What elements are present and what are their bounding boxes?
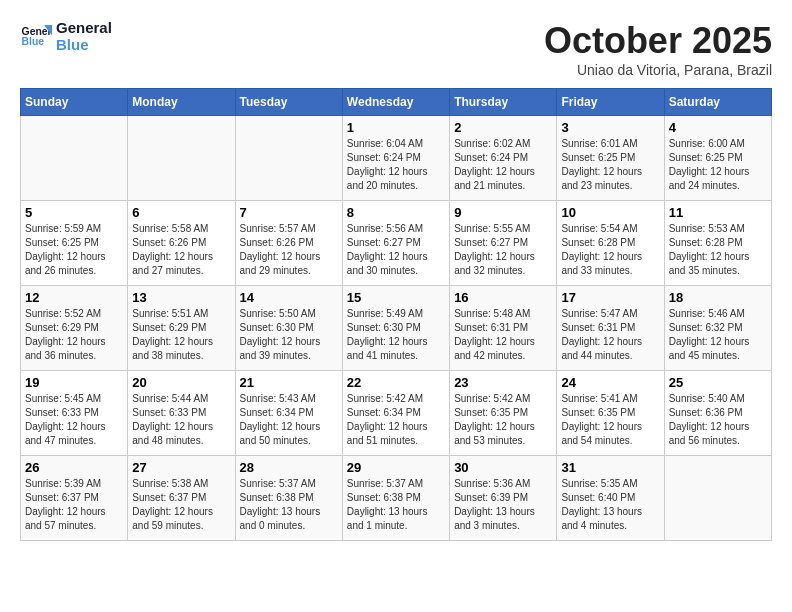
calendar-table: SundayMondayTuesdayWednesdayThursdayFrid…	[20, 88, 772, 541]
calendar-cell: 24Sunrise: 5:41 AM Sunset: 6:35 PM Dayli…	[557, 371, 664, 456]
day-number: 1	[347, 120, 445, 135]
day-info: Sunrise: 5:39 AM Sunset: 6:37 PM Dayligh…	[25, 477, 123, 533]
calendar-cell: 4Sunrise: 6:00 AM Sunset: 6:25 PM Daylig…	[664, 116, 771, 201]
day-number: 15	[347, 290, 445, 305]
day-info: Sunrise: 5:35 AM Sunset: 6:40 PM Dayligh…	[561, 477, 659, 533]
calendar-cell: 6Sunrise: 5:58 AM Sunset: 6:26 PM Daylig…	[128, 201, 235, 286]
day-info: Sunrise: 5:45 AM Sunset: 6:33 PM Dayligh…	[25, 392, 123, 448]
day-number: 16	[454, 290, 552, 305]
day-number: 10	[561, 205, 659, 220]
day-info: Sunrise: 6:02 AM Sunset: 6:24 PM Dayligh…	[454, 137, 552, 193]
day-number: 5	[25, 205, 123, 220]
calendar-cell: 12Sunrise: 5:52 AM Sunset: 6:29 PM Dayli…	[21, 286, 128, 371]
calendar-cell	[235, 116, 342, 201]
calendar-cell: 9Sunrise: 5:55 AM Sunset: 6:27 PM Daylig…	[450, 201, 557, 286]
day-info: Sunrise: 5:49 AM Sunset: 6:30 PM Dayligh…	[347, 307, 445, 363]
weekday-header-thursday: Thursday	[450, 89, 557, 116]
calendar-cell: 16Sunrise: 5:48 AM Sunset: 6:31 PM Dayli…	[450, 286, 557, 371]
day-number: 29	[347, 460, 445, 475]
calendar-cell: 23Sunrise: 5:42 AM Sunset: 6:35 PM Dayli…	[450, 371, 557, 456]
calendar-cell: 3Sunrise: 6:01 AM Sunset: 6:25 PM Daylig…	[557, 116, 664, 201]
weekday-header-saturday: Saturday	[664, 89, 771, 116]
day-number: 23	[454, 375, 552, 390]
calendar-cell	[664, 456, 771, 541]
day-info: Sunrise: 5:56 AM Sunset: 6:27 PM Dayligh…	[347, 222, 445, 278]
calendar-cell: 28Sunrise: 5:37 AM Sunset: 6:38 PM Dayli…	[235, 456, 342, 541]
calendar-cell: 20Sunrise: 5:44 AM Sunset: 6:33 PM Dayli…	[128, 371, 235, 456]
day-number: 19	[25, 375, 123, 390]
day-number: 9	[454, 205, 552, 220]
day-info: Sunrise: 5:57 AM Sunset: 6:26 PM Dayligh…	[240, 222, 338, 278]
day-number: 6	[132, 205, 230, 220]
day-number: 21	[240, 375, 338, 390]
day-info: Sunrise: 5:52 AM Sunset: 6:29 PM Dayligh…	[25, 307, 123, 363]
calendar-cell: 14Sunrise: 5:50 AM Sunset: 6:30 PM Dayli…	[235, 286, 342, 371]
calendar-cell: 22Sunrise: 5:42 AM Sunset: 6:34 PM Dayli…	[342, 371, 449, 456]
day-number: 4	[669, 120, 767, 135]
day-info: Sunrise: 5:43 AM Sunset: 6:34 PM Dayligh…	[240, 392, 338, 448]
calendar-week-2: 5Sunrise: 5:59 AM Sunset: 6:25 PM Daylig…	[21, 201, 772, 286]
day-number: 17	[561, 290, 659, 305]
calendar-cell: 1Sunrise: 6:04 AM Sunset: 6:24 PM Daylig…	[342, 116, 449, 201]
day-info: Sunrise: 5:37 AM Sunset: 6:38 PM Dayligh…	[240, 477, 338, 533]
day-info: Sunrise: 5:42 AM Sunset: 6:35 PM Dayligh…	[454, 392, 552, 448]
day-number: 3	[561, 120, 659, 135]
day-info: Sunrise: 5:36 AM Sunset: 6:39 PM Dayligh…	[454, 477, 552, 533]
calendar-body: 1Sunrise: 6:04 AM Sunset: 6:24 PM Daylig…	[21, 116, 772, 541]
calendar-week-3: 12Sunrise: 5:52 AM Sunset: 6:29 PM Dayli…	[21, 286, 772, 371]
month-title: October 2025	[544, 20, 772, 62]
day-info: Sunrise: 5:37 AM Sunset: 6:38 PM Dayligh…	[347, 477, 445, 533]
weekday-header-wednesday: Wednesday	[342, 89, 449, 116]
calendar-cell: 31Sunrise: 5:35 AM Sunset: 6:40 PM Dayli…	[557, 456, 664, 541]
day-number: 2	[454, 120, 552, 135]
calendar-cell: 19Sunrise: 5:45 AM Sunset: 6:33 PM Dayli…	[21, 371, 128, 456]
page-header: General Blue General Blue October 2025 U…	[20, 20, 772, 78]
calendar-cell: 15Sunrise: 5:49 AM Sunset: 6:30 PM Dayli…	[342, 286, 449, 371]
day-number: 30	[454, 460, 552, 475]
day-info: Sunrise: 5:46 AM Sunset: 6:32 PM Dayligh…	[669, 307, 767, 363]
day-number: 12	[25, 290, 123, 305]
calendar-cell: 27Sunrise: 5:38 AM Sunset: 6:37 PM Dayli…	[128, 456, 235, 541]
day-number: 20	[132, 375, 230, 390]
calendar-cell: 7Sunrise: 5:57 AM Sunset: 6:26 PM Daylig…	[235, 201, 342, 286]
day-info: Sunrise: 6:04 AM Sunset: 6:24 PM Dayligh…	[347, 137, 445, 193]
calendar-cell	[21, 116, 128, 201]
day-number: 14	[240, 290, 338, 305]
day-info: Sunrise: 5:48 AM Sunset: 6:31 PM Dayligh…	[454, 307, 552, 363]
logo-text-line1: General	[56, 20, 112, 37]
calendar-cell: 30Sunrise: 5:36 AM Sunset: 6:39 PM Dayli…	[450, 456, 557, 541]
day-number: 31	[561, 460, 659, 475]
weekday-header-sunday: Sunday	[21, 89, 128, 116]
calendar-week-1: 1Sunrise: 6:04 AM Sunset: 6:24 PM Daylig…	[21, 116, 772, 201]
weekday-header-friday: Friday	[557, 89, 664, 116]
calendar-cell: 8Sunrise: 5:56 AM Sunset: 6:27 PM Daylig…	[342, 201, 449, 286]
day-info: Sunrise: 5:42 AM Sunset: 6:34 PM Dayligh…	[347, 392, 445, 448]
logo-icon: General Blue	[20, 21, 52, 53]
day-info: Sunrise: 6:00 AM Sunset: 6:25 PM Dayligh…	[669, 137, 767, 193]
day-info: Sunrise: 5:51 AM Sunset: 6:29 PM Dayligh…	[132, 307, 230, 363]
logo: General Blue General Blue	[20, 20, 112, 53]
svg-text:Blue: Blue	[22, 36, 45, 47]
calendar-cell: 26Sunrise: 5:39 AM Sunset: 6:37 PM Dayli…	[21, 456, 128, 541]
day-number: 7	[240, 205, 338, 220]
day-info: Sunrise: 5:55 AM Sunset: 6:27 PM Dayligh…	[454, 222, 552, 278]
weekday-header-monday: Monday	[128, 89, 235, 116]
day-info: Sunrise: 5:47 AM Sunset: 6:31 PM Dayligh…	[561, 307, 659, 363]
day-number: 18	[669, 290, 767, 305]
calendar-cell: 5Sunrise: 5:59 AM Sunset: 6:25 PM Daylig…	[21, 201, 128, 286]
day-number: 26	[25, 460, 123, 475]
calendar-cell: 10Sunrise: 5:54 AM Sunset: 6:28 PM Dayli…	[557, 201, 664, 286]
day-number: 8	[347, 205, 445, 220]
location-subtitle: Uniao da Vitoria, Parana, Brazil	[544, 62, 772, 78]
title-block: October 2025 Uniao da Vitoria, Parana, B…	[544, 20, 772, 78]
day-number: 13	[132, 290, 230, 305]
day-number: 27	[132, 460, 230, 475]
weekday-header-tuesday: Tuesday	[235, 89, 342, 116]
day-info: Sunrise: 6:01 AM Sunset: 6:25 PM Dayligh…	[561, 137, 659, 193]
calendar-cell: 2Sunrise: 6:02 AM Sunset: 6:24 PM Daylig…	[450, 116, 557, 201]
calendar-cell: 18Sunrise: 5:46 AM Sunset: 6:32 PM Dayli…	[664, 286, 771, 371]
day-info: Sunrise: 5:53 AM Sunset: 6:28 PM Dayligh…	[669, 222, 767, 278]
calendar-cell: 11Sunrise: 5:53 AM Sunset: 6:28 PM Dayli…	[664, 201, 771, 286]
day-info: Sunrise: 5:50 AM Sunset: 6:30 PM Dayligh…	[240, 307, 338, 363]
day-info: Sunrise: 5:54 AM Sunset: 6:28 PM Dayligh…	[561, 222, 659, 278]
